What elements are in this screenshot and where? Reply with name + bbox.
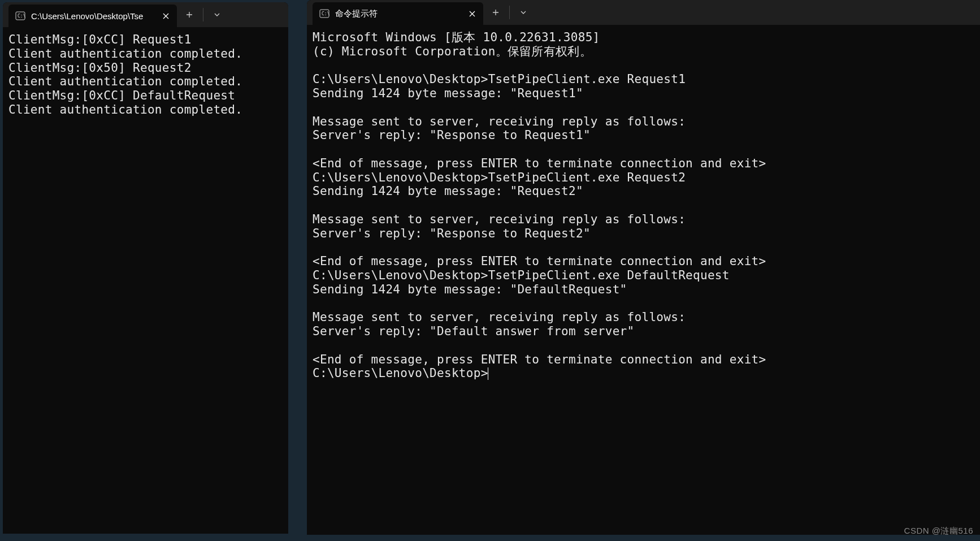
cmd-icon: C:\: [319, 8, 329, 19]
svg-text:C:\: C:\: [322, 11, 329, 16]
terminal-window-left: C:\ C:\Users\Lenovo\Desktop\Tse ClientMs…: [3, 2, 288, 534]
svg-text:C:\: C:\: [18, 14, 25, 19]
new-tab-button[interactable]: [483, 0, 508, 25]
dropdown-button[interactable]: [205, 2, 229, 27]
terminal-output-left[interactable]: ClientMsg:[0xCC] Request1 Client authent…: [3, 27, 288, 534]
new-tab-button[interactable]: [177, 2, 202, 27]
tab-title-left: C:\Users\Lenovo\Desktop\Tse: [31, 11, 154, 21]
separator: [509, 6, 510, 19]
cursor: [488, 367, 488, 380]
terminal-window-right: C:\ 命令提示符 Microsoft Windows [版本 10.0.226…: [307, 0, 980, 535]
watermark: CSDN @涟幽516: [904, 526, 973, 536]
cmd-icon: C:\: [15, 11, 25, 21]
tab-title-right: 命令提示符: [335, 8, 461, 19]
close-icon[interactable]: [466, 8, 478, 19]
separator: [203, 8, 203, 21]
titlebar-left: C:\ C:\Users\Lenovo\Desktop\Tse: [3, 2, 288, 27]
terminal-output-right[interactable]: Microsoft Windows [版本 10.0.22631.3085] (…: [307, 25, 980, 535]
dropdown-button[interactable]: [511, 0, 536, 25]
tab-left[interactable]: C:\ C:\Users\Lenovo\Desktop\Tse: [8, 5, 177, 27]
tab-right[interactable]: C:\ 命令提示符: [313, 2, 483, 25]
titlebar-right: C:\ 命令提示符: [307, 0, 980, 25]
close-icon[interactable]: [160, 10, 171, 21]
